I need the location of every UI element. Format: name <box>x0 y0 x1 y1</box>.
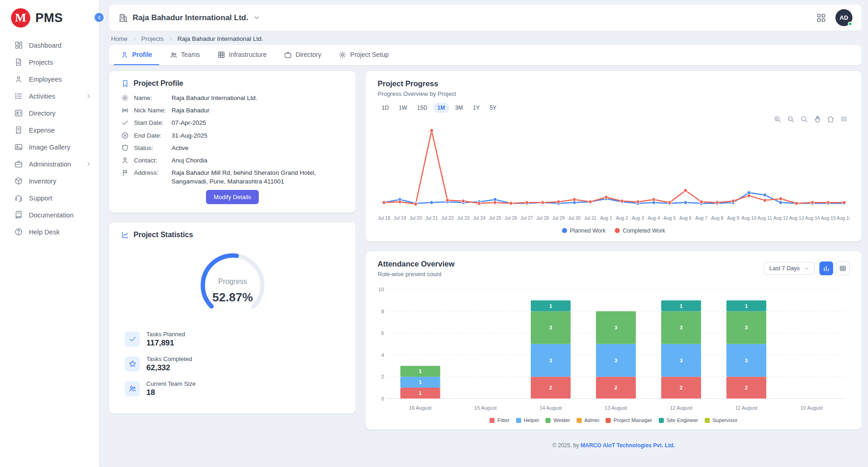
tab-project-setup[interactable]: Project Setup <box>332 45 395 65</box>
pan-icon[interactable] <box>813 115 821 123</box>
field-value: Raja Bahadur <box>172 106 213 115</box>
field-label: End Date: <box>134 132 172 140</box>
tab-infrastructure[interactable]: Infrastructure <box>211 45 273 65</box>
statistics-card-header: Project Statistics <box>121 231 344 239</box>
svg-text:Jul 23: Jul 23 <box>457 216 470 221</box>
attendance-bar-chart[interactable]: 024681016 August11115 August14 August233… <box>378 279 850 417</box>
zoom-out-icon[interactable] <box>787 115 795 123</box>
breadcrumb-item-projects[interactable]: Projects <box>141 35 164 42</box>
svg-text:Jul 20: Jul 20 <box>410 216 423 221</box>
range-button-1m[interactable]: 1M <box>433 103 449 113</box>
range-button-3m[interactable]: 3M <box>451 103 467 113</box>
footer-company-link[interactable]: MARCO AIoT Technologies Pvt. Ltd. <box>581 442 675 449</box>
chevron-right-icon <box>85 161 92 167</box>
sidebar-collapse-button[interactable] <box>94 12 105 23</box>
helpdesk-icon <box>14 228 23 236</box>
profile-field-contact: Contact:Anuj Chordia <box>121 156 344 165</box>
sidebar-item-label: Support <box>29 195 52 202</box>
svg-text:12 August: 12 August <box>670 405 692 410</box>
table-toggle-button[interactable] <box>836 261 850 275</box>
sidebar-item-support[interactable]: Support <box>0 189 99 206</box>
legend-admin[interactable]: Admin <box>577 417 600 423</box>
svg-text:10: 10 <box>378 287 384 292</box>
chart-toolbar <box>773 115 848 123</box>
bar-chart-toggle-button[interactable] <box>819 261 833 275</box>
svg-text:13 August: 13 August <box>605 405 627 410</box>
sidebar-item-inventory[interactable]: Inventory <box>0 172 99 189</box>
dashboard-icon <box>14 41 23 50</box>
sidebar-item-dashboard[interactable]: Dashboard <box>0 37 99 54</box>
statistics-card-title: Project Statistics <box>134 231 193 239</box>
sidebar-item-image-gallery[interactable]: Image Gallery <box>0 139 99 156</box>
modify-details-button[interactable]: Modify Details <box>206 190 259 204</box>
legend-supervisor[interactable]: Supervisor <box>705 417 738 423</box>
inventory-icon <box>14 177 23 185</box>
user-avatar[interactable]: AD <box>835 9 852 26</box>
svg-text:Aug 9: Aug 9 <box>727 216 740 221</box>
legend-planned-work[interactable]: Planned Work <box>562 228 606 234</box>
breadcrumb-item-raja-bahadur-international-ltd[interactable]: Raja Bahadur International Ltd. <box>178 35 263 42</box>
legend-completed-work[interactable]: Completed Work <box>615 228 665 234</box>
range-button-1w[interactable]: 1W <box>395 103 411 113</box>
team-icon <box>170 51 178 59</box>
svg-text:1: 1 <box>745 303 748 308</box>
company-selector[interactable]: Raja Bahadur International Ltd. <box>118 13 260 22</box>
project-progress-card: Project Progress Progress Overview by Pr… <box>366 71 862 241</box>
home-icon[interactable] <box>827 115 835 123</box>
sidebar-item-documentation[interactable]: Documentation <box>0 206 99 223</box>
range-button-5y[interactable]: 5Y <box>485 103 501 113</box>
menu-icon[interactable] <box>840 115 848 123</box>
sidebar-item-administration[interactable]: Administration <box>0 156 99 172</box>
legend-welder[interactable]: Welder <box>545 417 570 423</box>
range-button-1d[interactable]: 1D <box>378 103 393 113</box>
field-value: 07-Apr-2025 <box>172 119 210 127</box>
projects-icon <box>14 58 23 67</box>
range-button-1y[interactable]: 1Y <box>469 103 484 113</box>
profile-card-title: Project Profile <box>134 79 183 88</box>
sidebar-item-employees[interactable]: Employees <box>0 71 99 88</box>
progress-legend: Planned WorkCompleted Work <box>378 228 850 234</box>
person-icon <box>121 156 129 164</box>
field-label: Start Date: <box>134 119 172 127</box>
svg-text:3: 3 <box>549 325 552 330</box>
legend-project-manager[interactable]: Project Manager <box>606 417 652 423</box>
infrastructure-icon <box>217 51 225 59</box>
svg-text:3: 3 <box>745 325 748 330</box>
legend-site-engineer[interactable]: Site Engineer <box>659 417 698 423</box>
svg-text:Jul 30: Jul 30 <box>568 216 581 221</box>
zoom-in-icon[interactable] <box>773 115 781 123</box>
tab-directory[interactable]: Directory <box>277 45 328 65</box>
legend-fitter[interactable]: Fitter <box>490 417 509 423</box>
sidebar-item-expense[interactable]: Expense <box>0 122 99 139</box>
svg-text:2: 2 <box>679 385 682 390</box>
breadcrumb: HomeProjectsRaja Bahadur International L… <box>111 35 861 42</box>
footer-text: © 2025, by <box>552 442 581 449</box>
selection-zoom-icon[interactable] <box>800 115 808 123</box>
legend-helper[interactable]: Helper <box>516 417 540 423</box>
svg-text:15 August: 15 August <box>474 405 497 410</box>
field-value: Anuj Chordia <box>172 156 211 165</box>
date-range-dropdown[interactable]: Last 7 Days <box>764 262 815 275</box>
sidebar-item-directory[interactable]: Directory <box>0 105 99 122</box>
svg-text:Jul 28: Jul 28 <box>536 216 549 221</box>
sidebar-item-activities[interactable]: Activities <box>0 88 99 105</box>
range-button-15d[interactable]: 15D <box>413 103 431 113</box>
svg-text:Progress: Progress <box>218 278 247 285</box>
svg-text:4: 4 <box>381 352 384 357</box>
attendance-card-title: Attendance Overview <box>378 260 455 268</box>
tab-profile[interactable]: Profile <box>114 45 159 65</box>
svg-text:Aug 11: Aug 11 <box>757 216 772 221</box>
breadcrumb-item-home[interactable]: Home <box>111 35 128 42</box>
progress-line-chart[interactable]: Jul 18Jul 19Jul 20Jul 21Jul 22Jul 23Jul … <box>378 117 850 227</box>
sidebar-item-projects[interactable]: Projects <box>0 54 99 71</box>
briefcase-icon <box>284 51 292 59</box>
apps-grid-icon[interactable] <box>816 13 826 23</box>
svg-text:Aug 15: Aug 15 <box>821 216 836 221</box>
progress-gauge: Progress52.87% <box>191 245 274 326</box>
stats-list: Tasks Planned117,891Tasks Completed62,33… <box>125 331 344 397</box>
svg-text:Jul 29: Jul 29 <box>552 216 565 221</box>
circle-x-icon <box>121 132 129 139</box>
sidebar-item-help-desk[interactable]: Help Desk <box>0 223 99 240</box>
tab-teams[interactable]: Teams <box>163 45 207 65</box>
svg-text:Aug 16: Aug 16 <box>837 216 850 221</box>
